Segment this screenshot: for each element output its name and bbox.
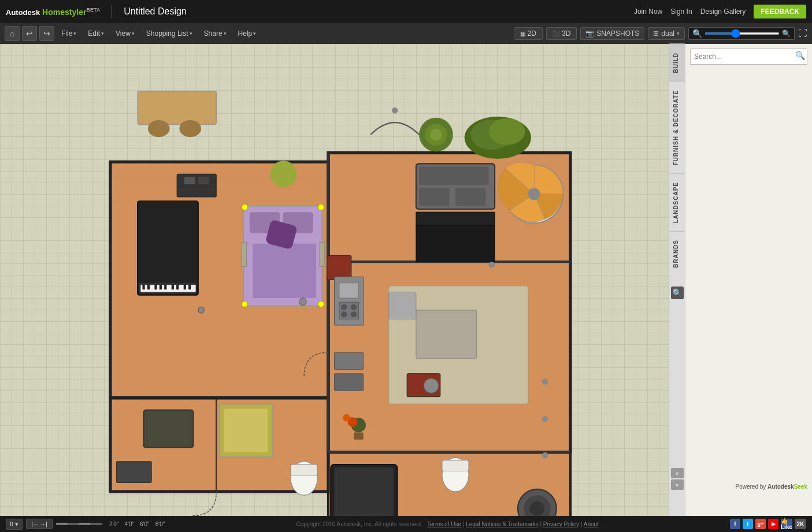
svg-rect-42 — [253, 244, 316, 298]
menu-bar: ⌂ ↩ ↪ File ▾ Edit ▾ View ▾ Shopping List… — [0, 23, 812, 44]
footer: ft ▾ |←→| 2'0" 4'0" 6'0" 8'0" Copyright … — [0, 516, 812, 532]
top-right-nav: Join Now Sign In Design Gallery FEEDBACK — [634, 5, 806, 18]
edit-menu[interactable]: Edit ▾ — [83, 27, 109, 40]
svg-point-21 — [392, 107, 398, 113]
search-panel: 🔍 Powered by AutodeskSeek — [685, 44, 812, 516]
facebook-icon[interactable]: f — [730, 519, 740, 529]
svg-rect-12 — [138, 91, 216, 125]
help-menu[interactable]: Help ▾ — [233, 27, 261, 40]
top-bar: Autodesk HomestylerBETA Untitled Design … — [0, 0, 812, 23]
legal-link[interactable]: Legal Notices & Trademarks — [466, 521, 539, 527]
view-2d-button[interactable]: ▦ 2D — [514, 27, 543, 40]
landscape-tab[interactable]: LANDSCAPE — [669, 173, 685, 231]
fullscreen-button[interactable]: ⛶ — [798, 28, 807, 39]
svg-rect-87 — [442, 460, 469, 471]
shopping-list-menu[interactable]: Shopping List ▾ — [142, 27, 197, 40]
right-panel-wrapper: BUILD FURNISH & DECORATE LANDSCAPE BRAND… — [669, 44, 812, 516]
svg-rect-79 — [116, 462, 151, 483]
redo-btn[interactable]: ↪ — [39, 26, 54, 41]
svg-point-72 — [343, 414, 350, 422]
logo-area: Autodesk HomestylerBETA Untitled Design — [6, 5, 187, 18]
svg-point-94 — [542, 378, 548, 384]
floor-plan-svg — [0, 44, 669, 516]
svg-point-77 — [424, 378, 439, 393]
google-plus-icon[interactable]: g+ — [755, 519, 766, 529]
design-gallery-link[interactable]: Design Gallery — [700, 8, 746, 16]
view-3d-button[interactable]: ⬛ 3D — [546, 27, 577, 40]
svg-rect-54 — [455, 188, 485, 206]
scale-8: 8'0" — [155, 521, 165, 527]
collapse-up-button[interactable]: « — [671, 468, 684, 478]
undo-btn[interactable]: ↩ — [22, 26, 37, 41]
youtube-icon[interactable]: ▶ — [768, 519, 778, 529]
home-icon-btn[interactable]: ⌂ — [5, 26, 20, 41]
svg-point-20 — [489, 118, 525, 145]
svg-rect-75 — [389, 292, 416, 319]
svg-rect-78 — [144, 410, 194, 448]
build-tab[interactable]: BUILD — [669, 44, 685, 81]
svg-rect-32 — [154, 285, 157, 289]
svg-point-47 — [318, 301, 324, 307]
svg-point-23 — [270, 161, 296, 187]
zoom-in-button[interactable]: 🔍 — [782, 29, 791, 38]
feedback-button[interactable]: FEEDBACK — [754, 5, 806, 18]
svg-point-14 — [179, 120, 201, 137]
svg-point-65 — [341, 311, 347, 317]
share-menu[interactable]: Share ▾ — [199, 27, 231, 40]
svg-point-13 — [148, 120, 170, 137]
svg-rect-27 — [138, 201, 198, 295]
logo-text: Autodesk HomestylerBETA — [6, 7, 100, 17]
brands-tab[interactable]: BRANDS — [669, 231, 685, 276]
svg-rect-25 — [184, 177, 195, 184]
snapshots-button[interactable]: 📷 SNAPSHOTS — [580, 27, 644, 40]
privacy-link[interactable]: Privacy Policy — [543, 521, 579, 527]
scale-bar: 2'0" 4'0" 6'0" 8'0" — [56, 521, 165, 527]
svg-rect-50 — [327, 256, 351, 280]
unit-selector[interactable]: ft ▾ — [6, 519, 23, 530]
like-button[interactable]: 👍 Like — [781, 519, 792, 529]
search-panel-button[interactable]: 🔍 — [671, 287, 684, 299]
footer-left: ft ▾ |←→| 2'0" 4'0" 6'0" 8'0" — [6, 519, 165, 530]
svg-point-17 — [430, 129, 442, 141]
zoom-bar: 🔍 🔍 — [688, 27, 795, 40]
view-menu[interactable]: View ▾ — [111, 27, 139, 40]
footer-social: f t g+ ▶ 👍 Like 2K — [730, 519, 806, 529]
search-input[interactable] — [690, 49, 807, 65]
logo-divider — [112, 5, 112, 18]
svg-rect-38 — [188, 285, 191, 289]
ruler-button[interactable]: |←→| — [26, 519, 53, 529]
svg-rect-30 — [142, 285, 144, 289]
canvas-area[interactable] — [0, 44, 669, 516]
dual-button[interactable]: ⊞ dual ▾ — [648, 27, 685, 40]
sign-in-link[interactable]: Sign In — [670, 8, 692, 16]
scale-6: 6'0" — [140, 521, 150, 527]
footer-copyright: Copyright 2010 Autodesk, Inc. All rights… — [296, 521, 598, 527]
twitter-icon[interactable]: t — [743, 519, 753, 529]
svg-rect-33 — [160, 285, 162, 289]
svg-rect-83 — [291, 464, 317, 475]
scale-4: 4'0" — [124, 521, 134, 527]
svg-rect-52 — [419, 167, 488, 185]
scale-2: 2'0" — [109, 521, 119, 527]
furnish-decorate-tab[interactable]: FURNISH & DECORATE — [669, 81, 685, 174]
svg-rect-53 — [419, 188, 449, 206]
svg-rect-74 — [416, 310, 477, 359]
search-submit-icon[interactable]: 🔍 — [795, 51, 805, 60]
terms-link[interactable]: Terms of Use — [427, 521, 461, 527]
right-tabs-panel: BUILD FURNISH & DECORATE LANDSCAPE BRAND… — [669, 44, 685, 516]
svg-point-66 — [351, 311, 357, 317]
svg-point-63 — [341, 304, 347, 310]
join-now-link[interactable]: Join Now — [634, 8, 662, 16]
svg-point-44 — [242, 204, 247, 210]
svg-rect-81 — [224, 409, 268, 452]
logo-green-text: Homestyler — [40, 7, 86, 16]
collapse-down-button[interactable]: » — [671, 479, 684, 490]
about-link[interactable]: About — [584, 521, 599, 527]
zoom-out-button[interactable]: 🔍 — [692, 29, 702, 38]
svg-rect-34 — [164, 285, 166, 289]
file-menu[interactable]: File ▾ — [57, 27, 81, 40]
beta-label: BETA — [86, 7, 100, 13]
svg-point-95 — [542, 416, 548, 422]
zoom-slider[interactable] — [705, 32, 780, 35]
svg-rect-35 — [172, 285, 174, 289]
